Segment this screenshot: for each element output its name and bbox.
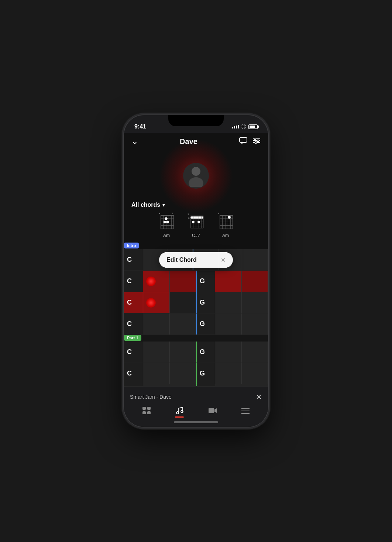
chords-filter-arrow: ▾ [162,202,165,208]
svg-point-7 [192,167,200,176]
svg-point-6 [255,141,257,143]
track-row-4: C G [124,313,268,335]
chat-icon[interactable] [239,137,247,146]
svg-point-53 [228,216,230,219]
edit-chord-popup: Edit Chord ✕ [159,252,233,268]
edit-chord-close-button[interactable]: ✕ [221,256,226,263]
svg-rect-57 [147,411,151,414]
track-row-6: C G [124,363,268,384]
track-cell-r6e3[interactable] [215,363,242,384]
track-cell-p1e2[interactable] [170,342,196,363]
svg-point-59 [181,411,183,413]
header-icons [239,137,261,146]
tab-grid[interactable] [130,406,163,417]
svg-rect-60 [209,408,214,413]
track-cell-red2[interactable] [170,271,196,292]
svg-text:x: x [188,213,189,215]
chord-am-2[interactable]: x [216,211,235,238]
now-playing-text: Smart Jam - Dave [130,394,172,400]
track-cell-p1e4[interactable] [242,342,268,363]
track-cell-c6[interactable]: C [124,363,143,384]
track-cell-c2[interactable]: C [124,271,143,292]
track-cell-red4[interactable] [242,271,268,292]
track-cell-plain3[interactable] [215,313,242,335]
track-cell-r6e1[interactable] [143,363,170,384]
tab-video[interactable] [196,407,229,416]
track-cell-p1e1[interactable] [143,342,170,363]
svg-point-22 [165,217,167,220]
track-cell-red5[interactable] [143,292,170,313]
svg-text:x: x [218,212,220,215]
track-wrapper-1: Intro C Edit Chord ✕ [124,249,268,271]
track-cell-dark1[interactable] [170,292,196,313]
track-cell-r6e4[interactable] [242,363,268,384]
chord-cs7[interactable]: x 4 [187,211,205,238]
track-cell-dark2[interactable] [215,292,242,313]
svg-rect-55 [147,407,151,410]
svg-text:x: x [172,212,173,215]
video-icon [208,407,217,416]
settings-icon[interactable] [252,137,261,146]
track-cell-p1e3[interactable] [215,342,242,363]
now-playing-bar: Smart Jam - Dave ✕ [130,390,262,405]
track-cell-plain4[interactable] [242,313,268,335]
svg-point-58 [176,412,179,414]
svg-point-23 [164,221,166,223]
track-cell-empty5[interactable] [243,249,268,270]
svg-point-24 [166,221,169,223]
battery-icon [248,124,258,129]
hero-section [124,150,268,202]
chords-filter-label: All chords [131,202,160,208]
track-cell-dark3[interactable] [242,292,268,313]
chord-label-cs7: C#7 [192,233,200,238]
tab-bar [130,405,262,418]
chord-diagrams: x x [124,211,268,243]
signal-icon [232,125,239,128]
home-indicator [174,421,218,423]
track-cell-g4[interactable]: G [196,342,215,363]
svg-point-8 [189,177,203,187]
track-row-5: C G [124,342,268,363]
track-wrapper-5: Part 1 C G [124,342,268,363]
edit-chord-text: Edit Chord [166,257,215,263]
track-cell-c1[interactable]: C [124,249,143,270]
svg-point-40 [197,221,200,223]
now-playing-close-button[interactable]: ✕ [256,392,262,401]
svg-rect-54 [142,407,146,410]
track-cell-g1[interactable]: G [196,271,215,292]
track-cell-c5[interactable]: C [124,342,143,363]
track-row-3: C G [124,292,268,313]
svg-rect-56 [142,411,146,414]
track-cell-g5[interactable]: G [196,363,215,384]
track-cell-plain1[interactable] [143,313,170,335]
track-row-1: C Edit Chord ✕ [124,249,268,271]
back-button[interactable]: ⌄ [131,137,138,146]
track-area: Intro C Edit Chord ✕ [124,249,268,395]
bottom-bar: Smart Jam - Dave ✕ [124,386,268,427]
tab-menu[interactable] [229,407,262,416]
track-cell-plain2[interactable] [170,313,196,335]
chord-label-am1: Am [163,233,170,238]
track-cell-g2[interactable]: G [196,292,215,313]
svg-text:4: 4 [188,216,189,220]
intro-badge: Intro [124,243,139,248]
app-content: ⌄ Dave [124,133,268,427]
svg-point-5 [257,140,259,141]
active-tab-indicator [175,416,184,418]
page-title: Dave [180,137,197,146]
track-cell-c3[interactable]: C [124,292,143,313]
chord-am-1[interactable]: x x [157,211,176,238]
track-cell-r6e2[interactable] [170,363,196,384]
chord-label-am2: Am [222,233,229,238]
tab-music[interactable] [163,406,196,417]
track-row-2: C G [124,271,268,292]
status-time: 9:41 [134,123,146,130]
svg-point-4 [254,138,256,140]
wifi-icon: ⌘ [241,124,246,130]
app-header: ⌄ Dave [124,133,268,150]
track-cell-red3[interactable] [215,271,242,292]
track-cell-g3[interactable]: G [196,313,215,335]
track-cell-red1[interactable] [143,271,170,292]
track-cell-c4[interactable]: C [124,313,143,335]
part1-badge: Part 1 [124,335,141,341]
